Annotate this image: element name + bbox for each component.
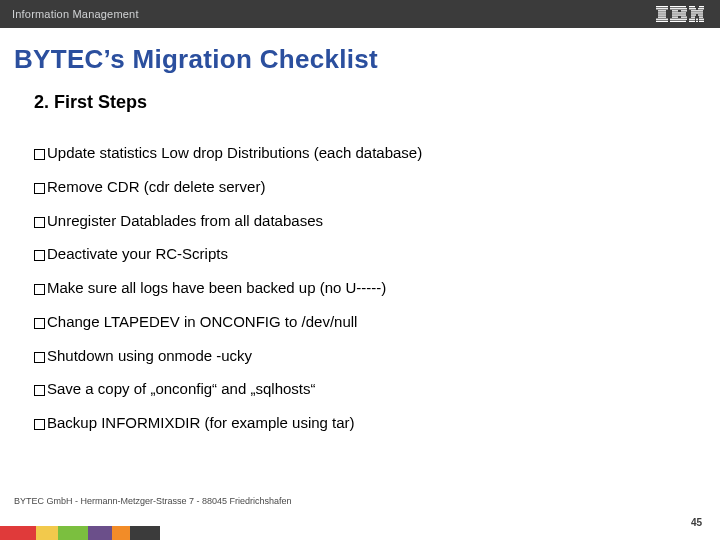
svg-rect-26 (698, 14, 703, 15)
checkbox-icon (34, 183, 45, 194)
list-item: Backup INFORMIXDIR (for example using ta… (34, 414, 680, 433)
svg-rect-30 (699, 19, 704, 20)
header-section-label: Information Management (12, 8, 139, 20)
slide: Information Management (0, 0, 720, 540)
page-title: BYTEC’s Migration Checklist (14, 44, 378, 75)
color-swatch (58, 526, 88, 540)
list-item-text: Make sure all logs have been backed up (… (47, 279, 386, 298)
footer-color-strip (0, 526, 160, 540)
list-item: Save a copy of „onconfig“ and „sqlhosts“ (34, 380, 680, 399)
svg-rect-2 (658, 10, 666, 11)
svg-rect-15 (681, 17, 687, 18)
svg-rect-12 (672, 12, 686, 13)
svg-rect-3 (658, 12, 666, 13)
svg-rect-18 (689, 6, 695, 7)
color-swatch (112, 526, 130, 540)
list-item-text: Update statistics Low drop Distributions… (47, 144, 422, 163)
checkbox-icon (34, 419, 45, 430)
page-number: 45 (691, 517, 702, 528)
svg-rect-25 (691, 14, 696, 15)
svg-rect-5 (658, 17, 666, 18)
svg-rect-8 (670, 6, 686, 7)
checkbox-icon (34, 149, 45, 160)
svg-rect-10 (672, 10, 678, 11)
svg-rect-24 (691, 12, 703, 13)
svg-rect-34 (696, 21, 698, 22)
svg-rect-0 (656, 6, 668, 7)
list-item: Update statistics Low drop Distributions… (34, 144, 680, 163)
checkbox-icon (34, 352, 45, 363)
svg-rect-22 (691, 10, 697, 11)
svg-rect-27 (691, 17, 695, 18)
svg-rect-13 (672, 14, 686, 15)
svg-rect-4 (658, 14, 666, 15)
ibm-logo-icon (656, 6, 704, 22)
color-swatch (88, 526, 112, 540)
list-item: Shutdown using onmode -ucky (34, 347, 680, 366)
svg-rect-33 (696, 19, 698, 20)
svg-rect-1 (656, 8, 668, 9)
svg-rect-32 (699, 21, 704, 22)
checkbox-icon (34, 284, 45, 295)
checkbox-icon (34, 217, 45, 228)
list-item: Unregister Datablades from all databases (34, 212, 680, 231)
color-swatch (130, 526, 160, 540)
checkbox-icon (34, 385, 45, 396)
list-item-text: Remove CDR (cdr delete server) (47, 178, 265, 197)
list-item: Make sure all logs have been backed up (… (34, 279, 680, 298)
list-item-text: Backup INFORMIXDIR (for example using ta… (47, 414, 355, 433)
header-bar: Information Management (0, 0, 720, 28)
color-swatch (0, 526, 36, 540)
footer-text: BYTEC GmbH - Hermann-Metzger-Strasse 7 -… (14, 496, 292, 506)
svg-rect-6 (656, 19, 668, 20)
list-item-text: Deactivate your RC-Scripts (47, 245, 228, 264)
list-item: Remove CDR (cdr delete server) (34, 178, 680, 197)
svg-rect-14 (672, 17, 678, 18)
list-item-text: Save a copy of „onconfig“ and „sqlhosts“ (47, 380, 315, 399)
checklist: Update statistics Low drop Distributions… (34, 144, 680, 448)
svg-rect-19 (699, 6, 704, 7)
checkbox-icon (34, 250, 45, 261)
svg-rect-9 (670, 8, 687, 9)
checkbox-icon (34, 318, 45, 329)
svg-rect-21 (698, 8, 704, 9)
list-item-text: Change LTAPEDEV in ONCONFIG to /dev/null (47, 313, 357, 332)
color-swatch (36, 526, 58, 540)
svg-rect-16 (670, 19, 687, 20)
svg-rect-31 (689, 21, 695, 22)
list-item-text: Unregister Datablades from all databases (47, 212, 323, 231)
svg-rect-28 (699, 17, 703, 18)
svg-rect-29 (689, 19, 695, 20)
list-item: Deactivate your RC-Scripts (34, 245, 680, 264)
svg-rect-7 (656, 21, 668, 22)
svg-rect-11 (681, 10, 687, 11)
svg-rect-23 (697, 10, 703, 11)
section-subtitle: 2. First Steps (34, 92, 147, 113)
list-item-text: Shutdown using onmode -ucky (47, 347, 252, 366)
svg-rect-20 (689, 8, 696, 9)
list-item: Change LTAPEDEV in ONCONFIG to /dev/null (34, 313, 680, 332)
svg-rect-17 (670, 21, 686, 22)
